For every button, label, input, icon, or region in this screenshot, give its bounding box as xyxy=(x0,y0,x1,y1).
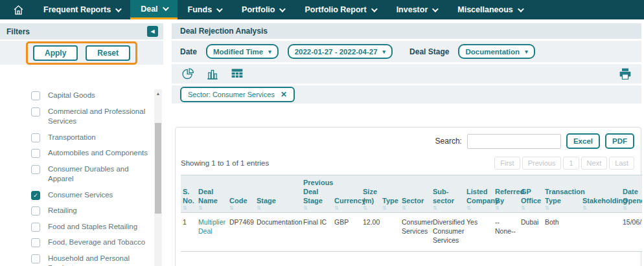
chevron-down-icon xyxy=(163,5,169,11)
pagination-previous[interactable]: Previous xyxy=(522,157,562,170)
sort-icon: ⇅ xyxy=(382,205,398,211)
cell-date-opened: 15/06/2 xyxy=(621,213,642,252)
checkbox-checked[interactable]: ✓ xyxy=(31,191,40,200)
filter-item-consumer-durables-apparel[interactable]: Consumer Durables and Apparel xyxy=(31,164,150,184)
sort-icon: ⇅ xyxy=(466,205,491,211)
sort-icon: ⇅ xyxy=(545,205,579,211)
col-header-stakeholding[interactable]: Stakeholding⇅ xyxy=(581,175,621,213)
filter-item-consumer-services[interactable]: ✓ Consumer Services xyxy=(31,190,150,201)
nav-item-portfolio[interactable]: Portfolio xyxy=(231,0,294,19)
pagination-page-1[interactable]: 1 xyxy=(563,157,579,170)
checkbox[interactable] xyxy=(31,107,40,116)
filter-item-household-personal-products[interactable]: Household and Personal Products xyxy=(31,254,150,266)
nav-item-funds[interactable]: Funds xyxy=(178,0,232,19)
nav-item-label: Portfolio Report xyxy=(305,5,366,14)
sort-icon: ⇅ xyxy=(183,205,194,211)
checkbox[interactable] xyxy=(31,91,40,100)
col-header-previous-deal-stage[interactable]: Previous Deal Stage⇅ xyxy=(301,175,332,213)
table-info-row: Showing 1 to 1 of 1 entries First Previo… xyxy=(176,149,641,170)
chevron-down-icon xyxy=(432,6,439,12)
cell-deal-name-link[interactable]: Multiplier Deal xyxy=(196,213,227,252)
col-header-referred-by[interactable]: Referred By⇅ xyxy=(493,175,519,213)
checkbox[interactable] xyxy=(31,133,40,142)
search-row: Search: Excel PDF xyxy=(176,127,641,149)
checkbox[interactable] xyxy=(31,206,40,216)
export-pdf-button[interactable]: PDF xyxy=(605,133,634,149)
deal-stage-dropdown[interactable]: Documentation ▾ xyxy=(458,44,535,59)
table-header-row: S. No.⇅ Deal Name⇅ Code⇅ Stage⇅ Previous… xyxy=(181,175,642,213)
filter-item-retailing[interactable]: Retailing xyxy=(31,206,150,216)
caret-down-icon: ▾ xyxy=(268,49,271,55)
remove-filter-icon[interactable]: ✕ xyxy=(281,90,287,99)
checkbox[interactable] xyxy=(31,165,40,174)
showing-entries-text: Showing 1 to 1 of 1 entries xyxy=(181,159,269,167)
cell-type xyxy=(380,213,400,252)
nav-item-miscellaneous[interactable]: Miscellaneous xyxy=(447,0,532,19)
col-header-sub-sector[interactable]: Sub-sector⇅ xyxy=(431,175,465,213)
cell-sub-sector: Diversified Consumer Services xyxy=(431,213,465,252)
col-header-size[interactable]: Size (m)⇅ xyxy=(361,175,380,213)
filter-item-automobiles-components[interactable]: Automobiles and Components xyxy=(31,148,150,159)
bar-chart-icon[interactable] xyxy=(206,67,219,80)
deal-stage-label: Deal Stage xyxy=(409,47,449,56)
search-input[interactable] xyxy=(467,134,561,149)
col-header-gp-office[interactable]: GP Office⇅ xyxy=(519,175,543,213)
nav-item-frequent-reports[interactable]: Frequent Reports xyxy=(33,0,130,19)
table-view-icon[interactable] xyxy=(231,67,244,80)
chevron-down-icon xyxy=(371,6,378,12)
checkbox[interactable] xyxy=(31,149,40,158)
print-icon[interactable] xyxy=(619,67,632,80)
cell-stage: Documentation xyxy=(255,213,301,252)
filter-item-food-staples-retailing[interactable]: Food and Staples Retailing xyxy=(31,222,150,232)
filters-header: Filters ◀ xyxy=(0,23,163,39)
nav-item-deal[interactable]: Deal xyxy=(130,0,177,19)
nav-item-investor[interactable]: Investor xyxy=(386,0,448,19)
pie-chart-icon[interactable] xyxy=(181,67,194,80)
filter-item-food-beverage-tobacco[interactable]: Food, Beverage and Tobacco xyxy=(31,238,150,248)
filter-item-commercial-professional-services[interactable]: Commercial and Professional Services xyxy=(31,107,150,127)
apply-button[interactable]: Apply xyxy=(33,45,78,61)
page-title-bar: Deal Rejection Analysis xyxy=(172,23,641,39)
nav-item-label: Portfolio xyxy=(242,5,275,14)
date-type-dropdown[interactable]: Modified Time ▾ xyxy=(206,44,279,59)
filter-item-capital-goods[interactable]: Capital Goods xyxy=(31,91,150,101)
sort-icon: ⇅ xyxy=(433,205,463,211)
cell-referred-by: --None-- xyxy=(493,213,519,252)
col-header-transaction-type[interactable]: Transaction Type⇅ xyxy=(543,175,581,213)
checkbox[interactable] xyxy=(31,223,40,232)
nav-item-portfolio-report[interactable]: Portfolio Report xyxy=(294,0,385,19)
col-header-listed-company[interactable]: Listed Company⇅ xyxy=(465,175,493,213)
controls-row: Date Modified Time ▾ 2022-01-27 - 2022-0… xyxy=(172,41,641,62)
col-header-sno[interactable]: S. No.⇅ xyxy=(181,175,196,213)
col-header-deal-name[interactable]: Deal Name⇅ xyxy=(196,175,227,213)
deals-table: S. No.⇅ Deal Name⇅ Code⇅ Stage⇅ Previous… xyxy=(181,175,642,252)
col-header-code[interactable]: Code⇅ xyxy=(227,175,255,213)
home-button[interactable] xyxy=(0,0,33,19)
scrollbar-thumb[interactable] xyxy=(155,123,161,214)
main-content: Deal Rejection Analysis Date Modified Ti… xyxy=(172,23,641,266)
filter-actions-row: Apply Reset xyxy=(0,41,163,65)
cell-currency: GBP xyxy=(332,213,361,252)
col-header-sector[interactable]: Sector⇅ xyxy=(400,175,431,213)
checkbox[interactable] xyxy=(31,254,40,263)
filter-item-transportation[interactable]: Transportation xyxy=(31,133,150,143)
collapse-sidebar-button[interactable]: ◀ xyxy=(147,26,158,37)
pagination-next[interactable]: Next xyxy=(581,157,608,170)
sidebar-scrollbar[interactable]: ▲ xyxy=(154,89,162,266)
col-header-date-opened[interactable]: Date Opened⇅ xyxy=(621,175,642,213)
col-header-currency[interactable]: Currency⇅ xyxy=(332,175,361,213)
reset-button[interactable]: Reset xyxy=(86,45,130,61)
cell-sector: Consumer Services xyxy=(400,213,431,252)
sort-icon: ⇅ xyxy=(257,205,299,211)
sort-icon: ⇅ xyxy=(521,205,541,211)
scroll-up-icon[interactable]: ▲ xyxy=(154,89,162,96)
export-excel-button[interactable]: Excel xyxy=(566,133,600,149)
sort-icon: ⇅ xyxy=(198,205,225,211)
col-header-type[interactable]: Type⇅ xyxy=(380,175,400,213)
pagination-last[interactable]: Last xyxy=(609,157,634,170)
col-header-stage[interactable]: Stage⇅ xyxy=(255,175,301,213)
pagination-first[interactable]: First xyxy=(494,157,520,170)
checkbox[interactable] xyxy=(31,238,40,247)
date-range-dropdown[interactable]: 2022-01-27 - 2022-04-27 ▾ xyxy=(288,44,393,59)
filters-title: Filters xyxy=(6,27,30,36)
